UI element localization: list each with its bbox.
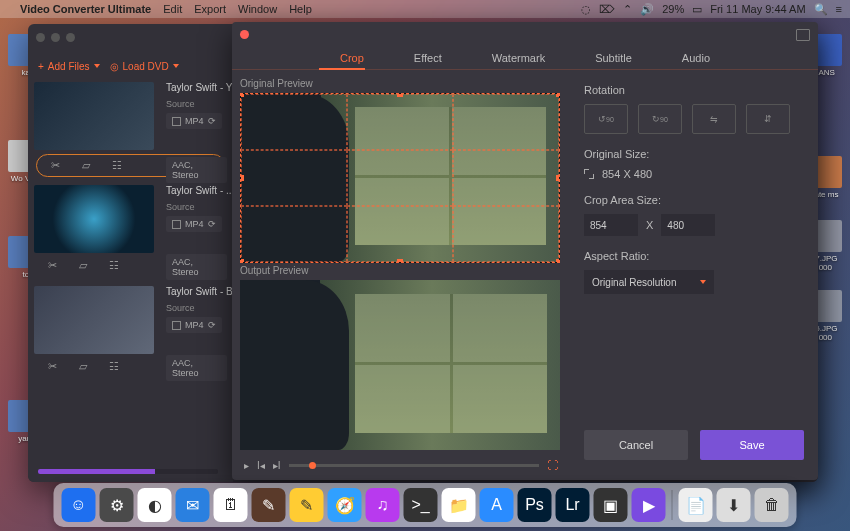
video-thumbnail[interactable] — [34, 82, 154, 150]
crop-handle[interactable] — [240, 93, 244, 97]
flip-horizontal-button[interactable]: ⇋ — [692, 104, 736, 134]
crop-handle[interactable] — [240, 259, 244, 263]
crop-size-label: Crop Area Size: — [584, 194, 804, 206]
crop-handle[interactable] — [556, 175, 560, 181]
crop-handle[interactable] — [397, 93, 403, 97]
settings-icon[interactable]: ☷ — [109, 360, 119, 373]
notifications-icon[interactable]: ≡ — [836, 3, 842, 15]
volume-icon[interactable]: 🔊 — [640, 3, 654, 16]
crop-handle[interactable] — [556, 259, 560, 263]
cancel-button[interactable]: Cancel — [584, 430, 688, 460]
file-item[interactable]: Taylor Swift - B Source MP4⟳ ✂ ▱ ☷ AAC, … — [34, 286, 227, 379]
dock-app[interactable]: 🧭 — [328, 488, 362, 522]
next-frame-button[interactable]: ▸I — [273, 460, 281, 471]
battery-icon[interactable]: ▭ — [692, 3, 702, 16]
original-preview[interactable] — [240, 93, 560, 263]
prev-frame-button[interactable]: I◂ — [257, 460, 265, 471]
minimize-window[interactable] — [51, 33, 60, 42]
app-menu-name[interactable]: Video Converter Ultimate — [20, 3, 151, 15]
fullscreen-icon[interactable]: ⛶ — [547, 459, 558, 471]
aspect-ratio-label: Aspect Ratio: — [584, 250, 804, 262]
audio-chip[interactable]: AAC, Stereo — [166, 355, 227, 381]
file-item[interactable]: Taylor Swift - ... Source MP4⟳ ✂ ▱ ☷ AAC… — [34, 185, 227, 278]
file-title: Taylor Swift - Y — [166, 82, 233, 93]
wifi-icon[interactable]: ⌃ — [623, 3, 632, 16]
rotate-right-button[interactable]: ↻90 — [638, 104, 682, 134]
crop-handle[interactable] — [556, 93, 560, 97]
dock-app[interactable]: ▣ — [594, 488, 628, 522]
dock-app[interactable]: >_ — [404, 488, 438, 522]
output-preview-label: Output Preview — [240, 265, 562, 276]
dock-app[interactable]: ✎ — [252, 488, 286, 522]
format-chip[interactable]: MP4⟳ — [166, 216, 222, 232]
dock-app[interactable]: ♫ — [366, 488, 400, 522]
dock-app[interactable]: Lr — [556, 488, 590, 522]
chevron-down-icon — [173, 64, 179, 68]
video-thumbnail[interactable] — [34, 286, 154, 354]
file-title: Taylor Swift - ... — [166, 185, 233, 196]
crop-settings-column: Rotation ↺90 ↻90 ⇋ ⇵ Original Size: 854 … — [570, 70, 818, 480]
tab-audio[interactable]: Audio — [682, 52, 710, 64]
dock-app[interactable]: 🗑 — [755, 488, 789, 522]
settings-icon[interactable]: ☷ — [112, 159, 122, 172]
rotate-left-button[interactable]: ↺90 — [584, 104, 628, 134]
tab-watermark[interactable]: Watermark — [492, 52, 545, 64]
close-window[interactable] — [36, 33, 45, 42]
clock[interactable]: Fri 11 May 9:44 AM — [710, 3, 805, 15]
add-files-button[interactable]: +Add Files — [38, 61, 100, 72]
dock-app[interactable]: ✉ — [176, 488, 210, 522]
menu-window[interactable]: Window — [238, 3, 277, 15]
video-thumbnail[interactable] — [34, 185, 154, 253]
trim-icon[interactable]: ✂ — [51, 159, 60, 172]
cloud-icon[interactable]: ◌ — [581, 3, 591, 16]
output-preview — [240, 280, 560, 450]
tab-subtitle[interactable]: Subtitle — [595, 52, 632, 64]
bluetooth-icon[interactable]: ⌦ — [599, 3, 615, 16]
play-button[interactable]: ▸ — [244, 460, 249, 471]
trim-icon[interactable]: ✂ — [48, 259, 57, 272]
tab-crop[interactable]: Crop — [340, 52, 364, 64]
dock-app[interactable]: ⚙ — [100, 488, 134, 522]
original-size-value: 854 X 480 — [602, 168, 652, 180]
dock-app[interactable]: 📁 — [442, 488, 476, 522]
crop-icon[interactable]: ▱ — [79, 360, 87, 373]
dock-app[interactable]: A — [480, 488, 514, 522]
audio-chip[interactable]: AAC, Stereo — [166, 157, 227, 183]
dock-app[interactable]: Ps — [518, 488, 552, 522]
chevron-down-icon — [700, 280, 706, 284]
load-dvd-button[interactable]: ◎Load DVD — [110, 61, 179, 72]
preview-column: Original Preview Output Preview ▸ — [232, 70, 570, 480]
format-chip[interactable]: MP4⟳ — [166, 113, 222, 129]
crop-handle[interactable] — [240, 175, 244, 181]
original-preview-label: Original Preview — [240, 78, 562, 89]
close-panel[interactable] — [240, 30, 249, 39]
dock-app[interactable]: ▶ — [632, 488, 666, 522]
settings-icon[interactable]: ☷ — [109, 259, 119, 272]
dock-app[interactable]: 📄 — [679, 488, 713, 522]
dock-app[interactable]: ⬇ — [717, 488, 751, 522]
dock-app[interactable]: 🗓 — [214, 488, 248, 522]
spotlight-icon[interactable]: 🔍 — [814, 3, 828, 16]
crop-handle[interactable] — [397, 259, 403, 263]
aspect-ratio-select[interactable]: Original Resolution — [584, 270, 714, 294]
seek-bar[interactable] — [289, 464, 539, 467]
menu-export[interactable]: Export — [194, 3, 226, 15]
crop-width-input[interactable] — [584, 214, 638, 236]
save-button[interactable]: Save — [700, 430, 804, 460]
trim-icon[interactable]: ✂ — [48, 360, 57, 373]
crop-icon[interactable]: ▱ — [79, 259, 87, 272]
flip-vertical-button[interactable]: ⇵ — [746, 104, 790, 134]
crop-icon[interactable]: ▱ — [82, 159, 90, 172]
expand-panel[interactable] — [796, 29, 810, 41]
dock-app[interactable]: ◐ — [138, 488, 172, 522]
menu-edit[interactable]: Edit — [163, 3, 182, 15]
audio-chip[interactable]: AAC, Stereo — [166, 254, 227, 280]
crop-height-input[interactable] — [661, 214, 715, 236]
file-item[interactable]: Taylor Swift - Y Source MP4⟳ ✂ ▱ ☷ AAC, … — [34, 82, 227, 177]
tab-effect[interactable]: Effect — [414, 52, 442, 64]
menu-help[interactable]: Help — [289, 3, 312, 15]
dock-app[interactable]: ✎ — [290, 488, 324, 522]
dock-app[interactable]: ☺ — [62, 488, 96, 522]
format-chip[interactable]: MP4⟳ — [166, 317, 222, 333]
maximize-window[interactable] — [66, 33, 75, 42]
